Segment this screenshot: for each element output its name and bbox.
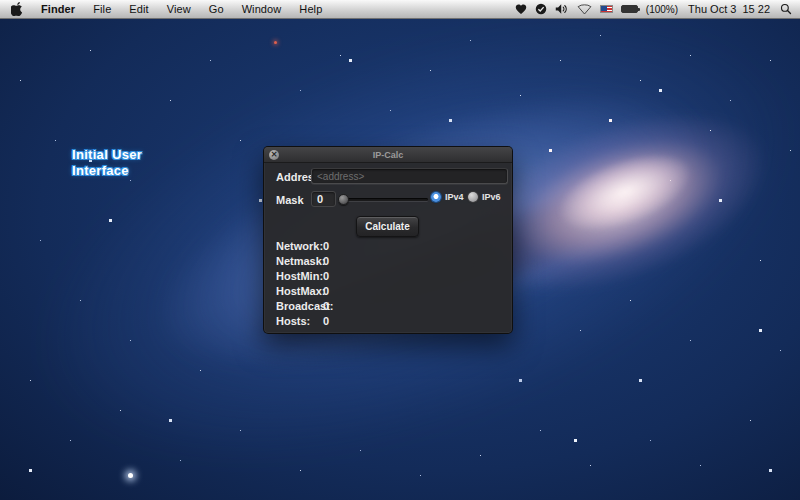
- menu-window[interactable]: Window: [233, 0, 291, 18]
- desktop: Finder File Edit View Go Window Help (10…: [0, 0, 800, 500]
- result-value: 0: [323, 300, 329, 312]
- radio-ipv6[interactable]: IPv6: [468, 192, 501, 202]
- result-label: Netmask:: [276, 255, 326, 267]
- window-titlebar[interactable]: ✕ IP-Calc: [264, 147, 512, 163]
- menu-bar-status: (100%) Thu Oct 3 15 22: [515, 0, 800, 18]
- result-row-netmask: Netmask: 0: [264, 255, 512, 268]
- galaxy-core-bright: [548, 138, 701, 246]
- menu-bar: Finder File Edit View Go Window Help (10…: [0, 0, 800, 19]
- spotlight-search-icon[interactable]: [780, 0, 792, 18]
- result-value: 0: [323, 270, 329, 282]
- result-label: Hosts:: [276, 315, 310, 327]
- result-value: 0: [323, 255, 329, 267]
- mask-slider-handle[interactable]: [338, 194, 349, 205]
- menu-go[interactable]: Go: [200, 0, 233, 18]
- result-label: Network:: [276, 240, 323, 252]
- menu-bar-clock[interactable]: Thu Oct 3 15 22: [686, 3, 772, 15]
- us-flag-icon[interactable]: [600, 0, 613, 18]
- result-label: HostMax:: [276, 285, 326, 297]
- apple-logo-icon: [11, 2, 23, 16]
- radio-ipv6-unselected-icon: [468, 192, 478, 202]
- menu-bar-left: Finder File Edit View Go Window Help: [0, 0, 331, 18]
- menu-help[interactable]: Help: [290, 0, 331, 18]
- menu-edit[interactable]: Edit: [120, 0, 157, 18]
- radio-ipv4-label: IPv4: [445, 192, 464, 202]
- result-value: 0: [323, 315, 329, 327]
- ipcalc-window: ✕ IP-Calc Address Mask IPv4 IPv6 Calcula…: [263, 146, 513, 334]
- red-star: [274, 41, 277, 44]
- volume-icon[interactable]: [555, 0, 569, 18]
- result-row-hostmin: HostMin: 0: [264, 270, 512, 283]
- result-label: HostMin:: [276, 270, 323, 282]
- result-value: 0: [323, 240, 329, 252]
- result-value: 0: [323, 285, 329, 297]
- result-row-hosts: Hosts: 0: [264, 315, 512, 328]
- radio-ipv4[interactable]: IPv4: [431, 192, 464, 202]
- wifi-icon[interactable]: [577, 0, 592, 18]
- mask-value-field[interactable]: [311, 191, 336, 207]
- radio-ipv6-label: IPv6: [482, 192, 501, 202]
- result-row-hostmax: HostMax: 0: [264, 285, 512, 298]
- annotation-line-1: Initial User: [72, 147, 142, 163]
- result-row-network: Network: 0: [264, 240, 512, 253]
- apple-menu[interactable]: [0, 0, 32, 18]
- bright-star: [128, 473, 133, 478]
- heart-icon[interactable]: [515, 0, 527, 18]
- annotation-line-2: Interface: [72, 163, 142, 179]
- mask-slider[interactable]: [338, 191, 428, 207]
- battery-icon[interactable]: [621, 0, 638, 18]
- calculate-button[interactable]: Calculate: [356, 216, 419, 237]
- address-input[interactable]: [311, 168, 508, 184]
- result-row-broadcast: Broadcast: 0: [264, 300, 512, 313]
- mask-label: Mask: [276, 194, 304, 206]
- menu-app-finder[interactable]: Finder: [32, 0, 84, 18]
- mask-slider-track: [338, 198, 428, 201]
- menu-file[interactable]: File: [84, 0, 120, 18]
- battery-percent-label: (100%): [646, 4, 678, 15]
- checkmark-badge-icon[interactable]: [535, 0, 547, 18]
- menu-view[interactable]: View: [158, 0, 200, 18]
- radio-ipv4-selected-icon: [431, 192, 441, 202]
- annotation-initial-user-interface: Initial User Interface: [72, 147, 142, 179]
- window-title: IP-Calc: [264, 150, 512, 160]
